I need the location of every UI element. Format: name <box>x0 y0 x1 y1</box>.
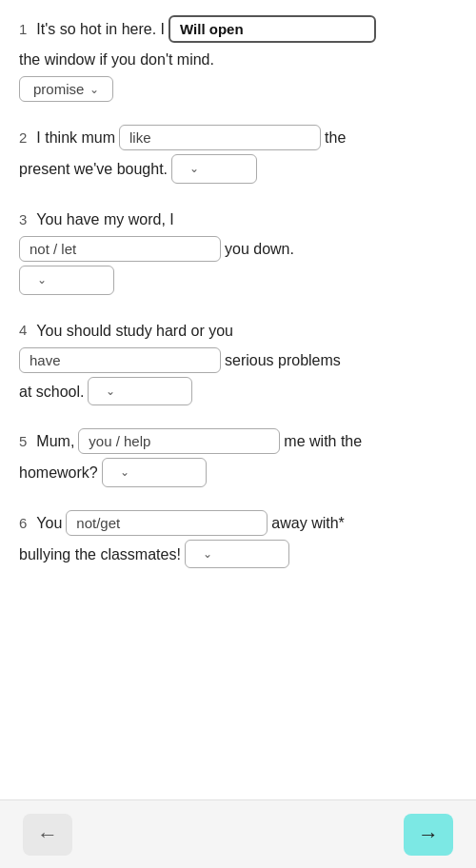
question-6: 6 You away with* bullying the classmates… <box>19 510 457 569</box>
q3-number: 3 <box>19 207 27 232</box>
q1-text2: the window if you don't mind. <box>19 47 214 72</box>
q6-text3: bullying the classmates! <box>19 542 181 567</box>
q2-text1: I think mum <box>36 125 115 150</box>
forward-icon: → <box>418 822 439 847</box>
q2-dropdown[interactable]: ⌄ <box>171 154 257 183</box>
bottom-nav: ← → <box>0 799 476 868</box>
main-content: 1 It's so hot in here. I the window if y… <box>0 0 476 686</box>
q1-chevron-icon: ⌄ <box>89 83 99 96</box>
q6-text1: You <box>36 510 62 536</box>
q6-dropdown[interactable]: ⌄ <box>185 540 289 568</box>
q2-chevron-icon: ⌄ <box>189 159 199 178</box>
q6-input[interactable] <box>66 510 268 536</box>
q5-text3: homework? <box>19 460 98 485</box>
q4-chevron-icon: ⌄ <box>106 382 115 401</box>
q2-text2: the <box>325 125 346 150</box>
q4-dropdown[interactable]: ⌄ <box>88 377 192 405</box>
question-4: 4 You should study hard or you serious p… <box>19 318 457 406</box>
q2-number: 2 <box>19 126 27 150</box>
q4-input[interactable] <box>19 347 221 373</box>
forward-button[interactable]: → <box>404 814 453 856</box>
q1-dropdown[interactable]: promise ⌄ <box>19 76 113 102</box>
q4-number: 4 <box>19 318 27 343</box>
q5-number: 5 <box>19 429 27 454</box>
question-2: 2 I think mum the present we've bought. … <box>19 125 457 184</box>
q5-dropdown[interactable]: ⌄ <box>102 458 207 486</box>
q6-text2: away with* <box>271 510 344 536</box>
question-5: 5 Mum, me with the homework? ⌄ <box>19 428 457 487</box>
q6-chevron-icon: ⌄ <box>203 544 212 563</box>
q3-text2: you down. <box>225 236 294 262</box>
q6-number: 6 <box>19 511 27 536</box>
q4-text2: serious problems <box>225 347 341 373</box>
q2-text3: present we've bought. <box>19 156 168 182</box>
q5-chevron-icon: ⌄ <box>120 463 129 482</box>
q4-text3: at school. <box>19 379 84 404</box>
q2-input[interactable] <box>119 125 321 150</box>
q1-text1: It's so hot in here. I <box>36 16 165 42</box>
q4-text1: You should study hard or you <box>36 318 233 344</box>
q1-input[interactable] <box>169 15 376 43</box>
question-1: 1 It's so hot in here. I the window if y… <box>19 15 457 102</box>
back-button[interactable]: ← <box>23 814 72 856</box>
q5-text2: me with the <box>284 428 362 454</box>
q3-text1: You have my word, I <box>36 207 173 232</box>
q5-text1: Mum, <box>36 428 74 454</box>
q3-input[interactable] <box>19 236 221 262</box>
q1-number: 1 <box>19 17 27 42</box>
q3-chevron-icon: ⌄ <box>37 270 47 289</box>
q3-dropdown[interactable]: ⌄ <box>19 266 114 294</box>
back-icon: ← <box>37 822 58 847</box>
q5-input[interactable] <box>78 428 280 454</box>
q1-dropdown-label: promise <box>33 81 84 97</box>
question-3: 3 You have my word, I you down. ⌄ <box>19 207 457 295</box>
